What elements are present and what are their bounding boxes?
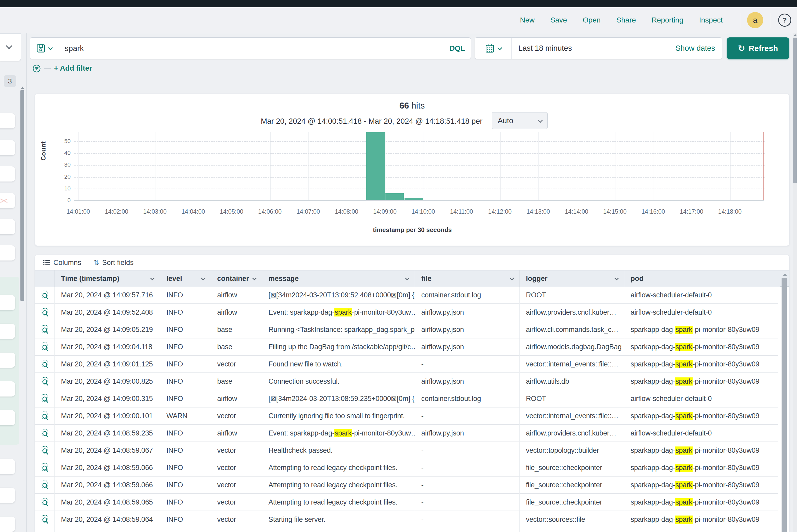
expand-document-button[interactable] — [35, 407, 55, 425]
cell-pod: sparkapp-dag-spark-pi-monitor-80y3uw09 — [624, 442, 778, 459]
columns-button[interactable]: Columns — [43, 259, 81, 267]
column-header-message[interactable]: message — [262, 270, 415, 287]
histogram-bar[interactable] — [366, 132, 385, 201]
cell-empty — [415, 528, 520, 532]
column-header-file[interactable]: file — [415, 270, 520, 287]
expand-document-button[interactable] — [35, 459, 55, 477]
field-pill[interactable] — [0, 166, 15, 182]
remove-field-icon[interactable] — [1, 197, 7, 204]
x-axis-caption: timestamp per 30 seconds — [35, 226, 790, 233]
nav-save[interactable]: Save — [550, 16, 567, 24]
field-pill[interactable] — [0, 381, 15, 397]
sort-fields-button[interactable]: ⇅ Sort fields — [93, 259, 134, 267]
cell-level: WARN — [160, 407, 211, 425]
chevron-down-icon[interactable] — [614, 276, 619, 280]
chevron-down-icon[interactable] — [252, 276, 257, 280]
avatar[interactable]: a — [747, 12, 763, 28]
histogram-bar[interactable] — [385, 193, 404, 201]
column-header-level[interactable]: level — [160, 270, 211, 287]
x-tick-label: 14:15:00 — [597, 208, 633, 215]
selected-fields-count-badge: 3 — [4, 75, 16, 87]
field-pill[interactable] — [0, 324, 15, 339]
nav-reporting[interactable]: Reporting — [651, 16, 683, 24]
time-range-value[interactable]: Last 18 minutes — [512, 44, 675, 53]
sidebar-collapse-button[interactable] — [0, 34, 21, 61]
chevron-down-icon[interactable] — [405, 276, 409, 280]
cell-container: vector — [211, 477, 262, 494]
interval-value: Auto — [498, 116, 513, 125]
expand-document-button[interactable] — [35, 511, 55, 528]
expand-document-button[interactable] — [35, 321, 55, 339]
expand-document-button[interactable] — [35, 425, 55, 442]
histogram-bar[interactable] — [405, 198, 423, 201]
field-pill[interactable] — [0, 193, 15, 208]
inspect-document-icon — [41, 360, 49, 368]
help-icon[interactable]: ? — [778, 14, 791, 27]
cell-pod: airflow-scheduler-default-0 — [624, 304, 778, 321]
field-pill[interactable] — [0, 219, 15, 234]
filter-icon[interactable] — [33, 64, 40, 73]
field-pill[interactable] — [0, 113, 15, 129]
nav-new[interactable]: New — [520, 16, 535, 24]
nav-share[interactable]: Share — [616, 16, 636, 24]
vertical-gridline — [78, 132, 79, 201]
field-pill[interactable] — [0, 517, 15, 532]
column-header-container[interactable]: container — [211, 270, 262, 287]
field-pill[interactable] — [0, 410, 15, 425]
refresh-button[interactable]: ↻ Refresh — [727, 37, 789, 59]
column-header-time[interactable]: Time (timestamp) — [55, 270, 160, 287]
cell-logger: ROOT — [520, 390, 624, 407]
expand-document-button[interactable] — [35, 477, 55, 494]
add-filter-button[interactable]: + Add filter — [54, 64, 92, 73]
chevron-down-icon[interactable] — [510, 276, 514, 280]
quick-select-menu-button[interactable] — [475, 38, 512, 59]
y-tick-label: 50 — [60, 138, 71, 145]
table-scrollbar[interactable] — [782, 278, 787, 532]
page-scrollbar-thumb[interactable] — [793, 38, 797, 183]
saved-query-menu-button[interactable] — [30, 38, 58, 59]
field-pill[interactable] — [0, 459, 15, 474]
expand-document-button[interactable] — [35, 373, 55, 390]
field-pill[interactable] — [0, 245, 15, 261]
search-input[interactable]: spark — [58, 44, 449, 53]
table-row: Mar 20, 2024 @ 14:08:59.235INFOairflowEv… — [35, 425, 780, 442]
expand-document-button[interactable] — [35, 494, 55, 511]
filter-dash — [44, 68, 51, 69]
y-tick-label: 20 — [60, 173, 71, 180]
cell-container: base — [211, 373, 262, 390]
column-header-label: Time (timestamp) — [61, 274, 119, 283]
cell-empty — [211, 528, 262, 532]
expand-document-button[interactable] — [35, 390, 55, 407]
column-header-logger[interactable]: logger — [520, 270, 624, 287]
page-scroll-up-arrow[interactable] — [793, 34, 797, 36]
chevron-down-icon[interactable] — [201, 276, 205, 280]
interval-select[interactable]: Auto — [492, 112, 548, 129]
field-pill[interactable] — [0, 140, 15, 155]
x-tick-label: 14:04:00 — [175, 208, 212, 215]
sidebar-scrollbar[interactable] — [20, 90, 24, 301]
expand-document-button[interactable] — [35, 442, 55, 459]
field-pill[interactable] — [0, 295, 15, 310]
expand-document-button[interactable] — [35, 287, 55, 304]
inspect-document-icon — [41, 394, 49, 403]
x-tick-label: 14:07:00 — [290, 208, 327, 215]
query-language-button[interactable]: DQL — [449, 44, 471, 53]
chevron-down-icon[interactable] — [150, 276, 155, 280]
expand-document-button[interactable] — [35, 339, 55, 356]
nav-inspect[interactable]: Inspect — [699, 16, 723, 24]
highlighted-term: spark — [675, 498, 692, 506]
cell-pod: sparkapp-dag-spark-pi-monitor-80y3uw09 — [624, 356, 778, 373]
histogram-plot[interactable] — [74, 132, 764, 201]
table-scroll-up-arrow[interactable] — [783, 273, 787, 276]
sidebar-scroll-up-arrow[interactable] — [21, 87, 24, 89]
nav-open[interactable]: Open — [583, 16, 601, 24]
expand-document-button[interactable] — [35, 356, 55, 373]
top-bar — [0, 0, 797, 7]
field-pill[interactable] — [0, 353, 15, 368]
expand-document-button[interactable] — [35, 304, 55, 321]
cell-message: Attempting to read legacy checkpoint fil… — [262, 459, 415, 477]
field-pill[interactable] — [0, 488, 15, 503]
highlighted-term: spark — [675, 464, 692, 472]
inspect-document-icon — [41, 446, 49, 455]
show-dates-button[interactable]: Show dates — [675, 44, 722, 53]
